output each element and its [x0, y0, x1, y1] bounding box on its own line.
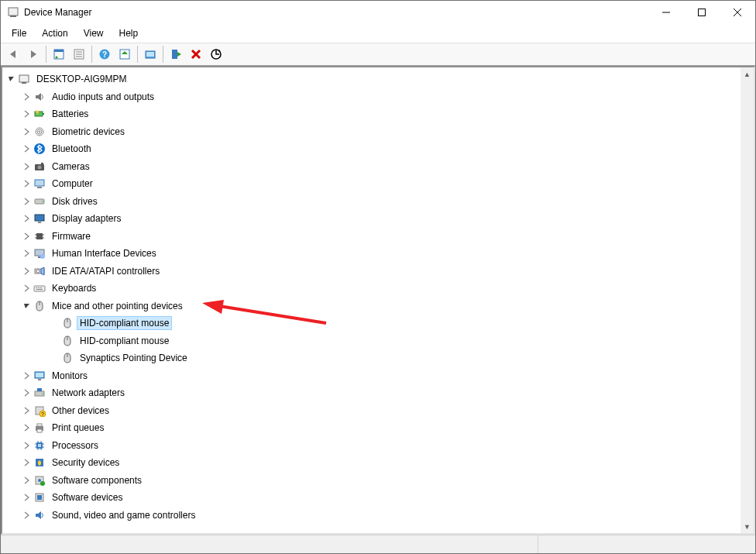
computer-icon [18, 73, 30, 85]
svg-rect-53 [36, 289, 43, 290]
maximize-button[interactable] [684, 1, 720, 24]
chevron-right-icon[interactable] [21, 456, 33, 469]
chevron-right-icon[interactable] [21, 230, 33, 243]
tree-node-firmware[interactable]: Firmware [2, 228, 754, 246]
mouse-icon [61, 317, 74, 329]
tree-node-biometric[interactable]: Biometric devices [2, 123, 754, 141]
svg-rect-50 [36, 287, 37, 288]
tree-node-cameras[interactable]: Cameras [2, 158, 754, 176]
svg-rect-39 [36, 233, 43, 239]
tree-root[interactable]: DESKTOP-AIG9MPM [2, 71, 754, 88]
tree-node-mice[interactable]: Mice and other pointing devices [2, 298, 754, 315]
chevron-right-icon[interactable] [21, 387, 33, 399]
tree-node-mouse1[interactable]: HID-compliant mouse [2, 315, 754, 332]
tree-node-swdev[interactable]: Software devices [2, 489, 754, 507]
chip-icon [33, 230, 46, 243]
tree-node-monitors[interactable]: Monitors [2, 367, 754, 385]
tree-node-ide[interactable]: IDE ATA/ATAPI controllers [2, 263, 754, 280]
sound-icon [33, 509, 46, 521]
window-controls [648, 1, 755, 24]
help-button[interactable]: ? [95, 45, 114, 64]
tree-node-display[interactable]: Display adapters [2, 210, 754, 228]
chevron-right-icon[interactable] [21, 491, 33, 504]
vertical-scrollbar[interactable]: ▲ ▼ [741, 67, 754, 533]
printer-icon [33, 422, 46, 434]
update-driver-button[interactable] [141, 45, 160, 64]
tree-node-batteries[interactable]: Batteries [2, 105, 754, 123]
chevron-right-icon[interactable] [21, 247, 33, 260]
chevron-right-icon[interactable] [21, 474, 33, 487]
chevron-right-icon[interactable] [21, 282, 33, 294]
computer-icon [33, 177, 46, 190]
show-hidden-button[interactable] [70, 45, 88, 64]
svg-rect-69 [37, 429, 42, 432]
svg-rect-38 [38, 222, 41, 223]
chevron-right-icon[interactable] [21, 509, 33, 521]
svg-rect-37 [35, 215, 44, 221]
chevron-right-icon[interactable] [21, 422, 33, 434]
tree-node-audio[interactable]: Audio inputs and outputs [2, 88, 754, 106]
tree-node-other[interactable]: ?Other devices [2, 402, 754, 420]
chevron-right-icon[interactable] [21, 404, 33, 417]
scroll-down-button[interactable]: ▼ [741, 520, 754, 533]
tree-node-swcomp[interactable]: Software components [2, 472, 754, 490]
device-manager-window: Device Manager File Action View Help ? D… [0, 0, 756, 554]
properties-button[interactable] [50, 45, 68, 64]
tree-node-syn[interactable]: Synaptics Pointing Device [2, 349, 754, 367]
chevron-right-icon[interactable] [21, 126, 33, 138]
chevron-right-icon[interactable] [21, 195, 33, 208]
menu-view[interactable]: View [76, 26, 112, 41]
tree-node-label: Computer [49, 177, 96, 191]
forward-button[interactable] [24, 45, 43, 64]
tree-node-network[interactable]: Network adapters [2, 384, 754, 402]
tree-node-label: Software devices [49, 490, 125, 504]
menu-bar: File Action View Help [1, 24, 755, 43]
tree-node-label: Network adapters [49, 386, 128, 400]
chevron-right-icon[interactable] [21, 439, 33, 452]
minimize-button[interactable] [648, 1, 684, 24]
device-tree[interactable]: DESKTOP-AIG9MPMAudio inputs and outputsB… [2, 67, 754, 533]
tree-node-label: Bluetooth [49, 142, 94, 156]
tree-node-keyboards[interactable]: Keyboards [2, 280, 754, 298]
svg-rect-17 [146, 52, 154, 57]
chevron-right-icon[interactable] [21, 265, 33, 277]
chevron-right-icon[interactable] [21, 160, 33, 173]
chevron-down-icon[interactable] [21, 300, 33, 312]
menu-help[interactable]: Help [112, 26, 146, 41]
tree-node-computer[interactable]: Computer [2, 175, 754, 193]
bluetooth-icon [33, 143, 46, 155]
tree-node-mouse2[interactable]: HID-compliant mouse [2, 332, 754, 350]
chevron-down-icon[interactable] [5, 73, 18, 85]
svg-rect-33 [35, 180, 44, 186]
events-button[interactable] [115, 45, 134, 64]
menu-action[interactable]: Action [34, 26, 75, 41]
chevron-right-icon[interactable] [21, 370, 33, 382]
enable-device-button[interactable] [167, 45, 185, 64]
menu-file[interactable]: File [4, 26, 34, 41]
scroll-up-button[interactable]: ▲ [741, 67, 754, 81]
tree-node-bluetooth[interactable]: Bluetooth [2, 140, 754, 158]
title-bar: Device Manager [1, 1, 755, 24]
scan-hardware-button[interactable] [207, 45, 225, 64]
scroll-thumb[interactable] [741, 81, 754, 483]
chevron-right-icon[interactable] [21, 91, 33, 103]
tree-node-hid[interactable]: Human Interface Devices [2, 245, 754, 263]
tree-node-print[interactable]: Print queues [2, 419, 754, 437]
chevron-right-icon[interactable] [21, 177, 33, 190]
tree-node-label: HID-compliant mouse [77, 334, 172, 348]
chevron-right-icon[interactable] [21, 212, 33, 225]
svg-point-36 [42, 201, 43, 202]
svg-rect-7 [54, 50, 64, 52]
tree-node-diskdrives[interactable]: Disk drives [2, 193, 754, 211]
swcomp-icon [33, 474, 46, 487]
uninstall-device-button[interactable] [187, 45, 205, 64]
chevron-right-icon[interactable] [21, 143, 33, 155]
display-icon [33, 212, 46, 225]
back-button[interactable] [4, 45, 22, 64]
close-button[interactable] [720, 1, 755, 24]
tree-node-processors[interactable]: Processors [2, 437, 754, 455]
chevron-right-icon[interactable] [21, 108, 33, 120]
tree-node-security[interactable]: Security devices [2, 454, 754, 472]
tree-node-sound[interactable]: Sound, video and game controllers [2, 507, 754, 525]
svg-point-63 [42, 393, 43, 394]
